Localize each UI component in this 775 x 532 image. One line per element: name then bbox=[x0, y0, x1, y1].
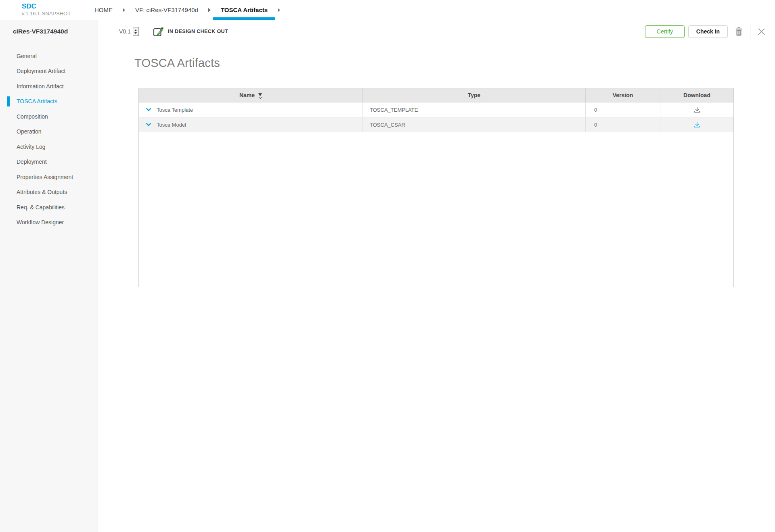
tosca-artifacts-table: Name Type Version Download Tosca Templat… bbox=[138, 88, 734, 287]
artifact-name-label: Tosca Template bbox=[157, 107, 193, 113]
toolbar-divider bbox=[145, 25, 145, 38]
certify-button[interactable]: Certify bbox=[645, 25, 685, 38]
breadcrumb-vf[interactable]: VF: ciRes-VF3174940d bbox=[126, 0, 207, 20]
breadcrumb-separator-icon bbox=[208, 8, 211, 12]
sidebar-item-tosca-artifacts[interactable]: TOSCA Artifacts bbox=[0, 94, 98, 109]
download-cell bbox=[660, 117, 733, 132]
sidebar-item-composition[interactable]: Composition bbox=[0, 109, 98, 124]
sidebar-menu: General Deployment Artifact Information … bbox=[0, 43, 98, 230]
sidebar-item-information-artifact[interactable]: Information Artifact bbox=[0, 79, 98, 94]
app-logo: SDC v.1.16.1-SNAPSHOT bbox=[0, 0, 86, 20]
breadcrumb-tosca-artifacts[interactable]: TOSCA Artifacts bbox=[212, 0, 276, 20]
sidebar-item-general[interactable]: General bbox=[0, 48, 98, 64]
download-cell bbox=[660, 102, 733, 117]
table-row-tosca-template: Tosca Template TOSCA_TEMPLATE 0 bbox=[139, 102, 733, 117]
column-header-name[interactable]: Name bbox=[139, 88, 363, 102]
column-header-version: Version bbox=[586, 88, 660, 102]
delete-button[interactable] bbox=[735, 27, 743, 36]
breadcrumb: HOME VF: ciRes-VF3174940d TOSCA Artifact… bbox=[86, 0, 281, 20]
page-title: TOSCA Artifacts bbox=[134, 56, 220, 70]
breadcrumb-separator-icon bbox=[123, 8, 125, 12]
sidebar-item-properties-assignment[interactable]: Properties Assignment bbox=[0, 169, 98, 185]
type-cell: TOSCA_CSAR bbox=[363, 117, 586, 132]
checkin-button[interactable]: Check in bbox=[688, 25, 728, 38]
name-cell: Tosca Model bbox=[139, 117, 363, 132]
app-logo-text: SDC bbox=[22, 2, 86, 10]
table-header-row: Name Type Version Download bbox=[139, 88, 733, 102]
lifecycle-state-label: IN DESIGN CHECK OUT bbox=[168, 29, 228, 34]
app-version-label: v.1.16.1-SNAPSHOT bbox=[22, 11, 86, 17]
version-cell: 0 bbox=[586, 117, 660, 132]
artifact-name-label: Tosca Model bbox=[157, 122, 186, 128]
chevron-down-icon[interactable] bbox=[146, 107, 151, 113]
close-button[interactable] bbox=[757, 27, 766, 36]
column-header-download: Download bbox=[660, 88, 733, 102]
sidebar-item-activity-log[interactable]: Activity Log bbox=[0, 139, 98, 154]
toolbar: V0.1 IN DESIGN CHECK OUT Certify Check i… bbox=[98, 20, 775, 43]
sidebar-item-deployment-artifact[interactable]: Deployment Artifact bbox=[0, 64, 98, 79]
sidebar-item-attributes-outputs[interactable]: Attributes & Outputs bbox=[0, 185, 98, 200]
sort-desc-icon bbox=[258, 93, 262, 98]
sidebar-item-req-capabilities[interactable]: Req. & Capabilities bbox=[0, 200, 98, 215]
stepper-down-icon[interactable] bbox=[134, 32, 137, 34]
sidebar-item-operation[interactable]: Operation bbox=[0, 124, 98, 140]
name-cell: Tosca Template bbox=[139, 102, 363, 117]
type-cell: TOSCA_TEMPLATE bbox=[363, 102, 586, 117]
download-icon[interactable] bbox=[693, 106, 701, 113]
close-icon bbox=[757, 27, 766, 36]
version-label: V0.1 bbox=[119, 28, 131, 35]
top-nav-bar: SDC v.1.16.1-SNAPSHOT HOME VF: ciRes-VF3… bbox=[0, 0, 775, 20]
main-content: TOSCA Artifacts Name Type Version Downlo… bbox=[98, 43, 775, 532]
breadcrumb-separator-icon bbox=[278, 8, 280, 12]
version-stepper[interactable] bbox=[133, 27, 139, 36]
sidebar: ciRes-VF3174940d General Deployment Arti… bbox=[0, 20, 98, 532]
edit-pencil-icon bbox=[153, 27, 164, 37]
table-empty-area bbox=[139, 132, 733, 287]
trash-icon bbox=[735, 27, 743, 36]
toolbar-divider bbox=[750, 24, 750, 39]
breadcrumb-home[interactable]: HOME bbox=[86, 0, 121, 20]
chevron-down-icon[interactable] bbox=[146, 122, 151, 127]
sidebar-item-workflow-designer[interactable]: Workflow Designer bbox=[0, 215, 98, 230]
column-header-type: Type bbox=[363, 88, 586, 102]
version-cell: 0 bbox=[586, 102, 660, 117]
stepper-up-icon[interactable] bbox=[134, 29, 137, 31]
table-row-tosca-model: Tosca Model TOSCA_CSAR 0 bbox=[139, 117, 733, 132]
download-icon[interactable] bbox=[693, 121, 701, 128]
component-name-title: ciRes-VF3174940d bbox=[0, 20, 98, 43]
column-header-name-label: Name bbox=[239, 92, 255, 98]
sidebar-item-deployment[interactable]: Deployment bbox=[0, 154, 98, 170]
